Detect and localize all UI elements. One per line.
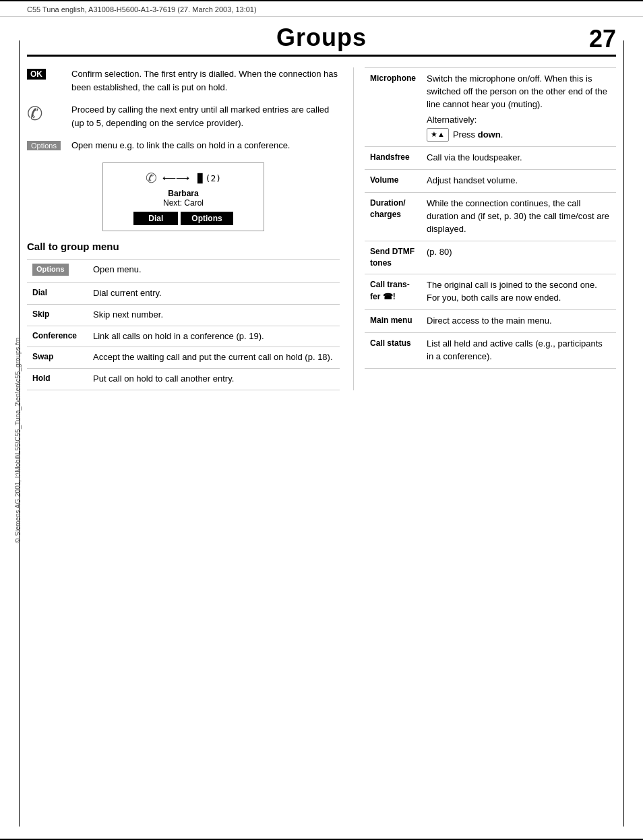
right-table-row: Main menuDirect access to the main menu. xyxy=(365,310,616,333)
options-button[interactable]: Options xyxy=(181,212,233,225)
main-content: OK Confirm selection. The first entry is… xyxy=(0,57,643,404)
menu-text-cell: Put call on hold to call another entry. xyxy=(88,369,340,390)
menu-label-cell: Hold xyxy=(27,369,88,390)
menu-table-row: HoldPut call on hold to call another ent… xyxy=(27,369,340,390)
right-table-row: MicrophoneSwitch the microphone on/off. … xyxy=(365,68,616,147)
call-diagram: ✆ ⟵⟶ ▐▌(2) Barbara Next: Carol Dial Opti… xyxy=(102,162,264,231)
options-badge: Options xyxy=(27,141,61,150)
right-label-cell: Call status xyxy=(365,332,421,368)
proceed-section: ✆ Proceed by calling the next entry unti… xyxy=(27,103,340,129)
menu-label-cell: Swap xyxy=(27,347,88,369)
call-diagram-buttons: Dial Options xyxy=(113,212,254,225)
right-text-cell: List all held and active calls (e.g., pa… xyxy=(421,332,616,368)
menu-table: OptionsOpen menu.DialDial current entry.… xyxy=(27,259,340,390)
page-title: Groups xyxy=(27,24,616,52)
menu-table-row: SkipSkip next number. xyxy=(27,304,340,326)
right-table-row: VolumeAdjust handset volume. xyxy=(365,170,616,193)
right-text-cell: (p. 80) xyxy=(421,241,616,274)
menu-text-cell: Dial current entry. xyxy=(88,282,340,304)
menu-table-row: DialDial current entry. xyxy=(27,282,340,304)
right-label-cell: Main menu xyxy=(365,310,421,333)
menu-label-badge: Options xyxy=(32,264,69,276)
right-label-cell: Call trans-fer ☎! xyxy=(365,274,421,310)
ok-text: Confirm selection. The first entry is di… xyxy=(71,67,340,94)
menu-table-row: ConferenceLink all calls on hold in a co… xyxy=(27,326,340,347)
right-label-cell: Duration/charges xyxy=(365,193,421,241)
right-table-row: Duration/chargesWhile the connection con… xyxy=(365,193,616,241)
menu-label-cell: Dial xyxy=(27,282,88,304)
header: C55 Tuna english, A31008-H5600-A1-3-7619… xyxy=(0,0,643,17)
page-right-line xyxy=(623,40,624,827)
page-border-top xyxy=(0,0,643,2)
right-text-cell: Adjust handset volume. xyxy=(421,170,616,193)
right-text-cell: Call via the loudspeaker. xyxy=(421,147,616,170)
sidebar-copyright: © Siemens AG 2001, I:\Mobil\L55\C55_Tuna… xyxy=(14,338,22,543)
left-column: OK Confirm selection. The first entry is… xyxy=(27,67,340,390)
ok-badge: OK xyxy=(27,69,46,80)
options-text: Open menu e.g. to link the calls on hold… xyxy=(71,139,340,153)
menu-label-cell: Conference xyxy=(27,326,88,347)
next-label: Next: Carol xyxy=(113,198,254,208)
right-text-cell: The original call is joined to the secon… xyxy=(421,274,616,310)
right-table-row: Send DTMFtones(p. 80) xyxy=(365,241,616,274)
ok-section: OK Confirm selection. The first entry is… xyxy=(27,67,340,94)
press-down-text: Press down. xyxy=(453,129,503,142)
call-diagram-top: ✆ ⟵⟶ ▐▌(2) xyxy=(113,170,254,186)
two-rect-icon: ▐▌(2) xyxy=(195,173,221,183)
contact-name: Barbara xyxy=(113,189,254,198)
right-table-row: Call statusList all held and active call… xyxy=(365,332,616,368)
right-text-cell: Direct access to the main menu. xyxy=(421,310,616,333)
menu-text-cell: Link all calls on hold in a conference (… xyxy=(88,326,340,347)
right-label-cell: Handsfree xyxy=(365,147,421,170)
phone-icon-wrapper: ✆ xyxy=(27,103,62,129)
options-section: Options Open menu e.g. to link the calls… xyxy=(27,139,340,153)
header-left-text: C55 Tuna english, A31008-H5600-A1-3-7619… xyxy=(27,5,257,13)
right-text-cell: Switch the microphone on/off. When this … xyxy=(421,68,616,147)
right-label-cell: Microphone xyxy=(365,68,421,147)
menu-label-cell: Skip xyxy=(27,304,88,326)
page-number: 27 xyxy=(589,25,616,53)
right-table-row: HandsfreeCall via the loudspeaker. xyxy=(365,147,616,170)
right-table-row: Call trans-fer ☎!The original call is jo… xyxy=(365,274,616,310)
call-group-menu-heading: Call to group menu xyxy=(27,241,340,252)
right-text-cell: While the connection continues, the call… xyxy=(421,193,616,241)
right-table: MicrophoneSwitch the microphone on/off. … xyxy=(365,67,616,369)
menu-text-cell: Accept the waiting call and put the curr… xyxy=(88,347,340,369)
menu-text-cell: Skip next number. xyxy=(88,304,340,326)
menu-table-row: SwapAccept the waiting call and put the … xyxy=(27,347,340,369)
options-label: Options xyxy=(27,139,62,153)
title-area: Groups 27 xyxy=(0,17,643,52)
ok-label: OK xyxy=(27,67,62,94)
dial-button[interactable]: Dial xyxy=(133,212,178,225)
sidebar-wrapper: © Siemens AG 2001, I:\Mobil\L55\C55_Tuna… xyxy=(7,404,20,674)
menu-text-cell: Open menu. xyxy=(88,260,340,283)
proceed-text: Proceed by calling the next entry until … xyxy=(71,103,340,129)
phone-icon: ✆ xyxy=(27,103,42,124)
handset-icon: ✆ xyxy=(146,170,157,186)
menu-label-cell: Options xyxy=(27,260,88,283)
right-label-cell: Volume xyxy=(365,170,421,193)
right-column: MicrophoneSwitch the microphone on/off. … xyxy=(353,67,616,390)
right-label-cell: Send DTMFtones xyxy=(365,241,421,274)
key-symbol: ★▲ xyxy=(427,128,449,142)
arrow-right-icon: ⟵⟶ xyxy=(162,173,189,183)
menu-table-row: OptionsOpen menu. xyxy=(27,260,340,283)
